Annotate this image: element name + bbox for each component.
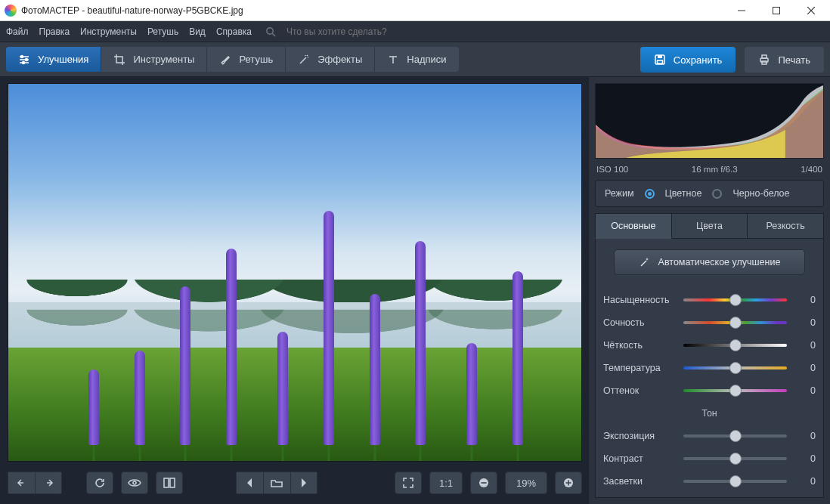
prev-image-button[interactable] (236, 472, 263, 494)
tab-retouch[interactable]: Ретушь (207, 47, 286, 72)
svg-point-4 (267, 27, 273, 33)
menubar: Файл Правка Инструменты Ретушь Вид Справ… (0, 21, 830, 42)
actual-size-button[interactable]: 1:1 (429, 472, 463, 494)
slider-handle[interactable] (729, 453, 742, 465)
menu-tools[interactable]: Инструменты (80, 26, 137, 37)
svg-rect-13 (658, 55, 662, 58)
menu-help[interactable]: Справка (216, 26, 252, 37)
slider-value: 0 (793, 363, 816, 373)
slider-row: Насыщенность0 (603, 289, 816, 311)
zoom-in-button[interactable] (555, 472, 582, 494)
color-mode-row: Режим Цветное Черно-белое (595, 180, 824, 207)
tab-instruments[interactable]: Инструменты (101, 47, 207, 72)
slider-track[interactable] (683, 344, 787, 347)
slider-handle[interactable] (729, 430, 742, 442)
slider-value: 0 (793, 340, 816, 351)
next-image-button[interactable] (290, 472, 317, 494)
svg-rect-1 (773, 7, 780, 14)
image-canvas[interactable] (8, 83, 582, 462)
svg-rect-19 (164, 478, 169, 487)
maximize-button[interactable] (759, 0, 794, 21)
minimize-button[interactable] (724, 0, 759, 21)
histogram[interactable] (595, 83, 824, 159)
slider-track[interactable] (683, 389, 787, 392)
window-title: ФотоМАСТЕР - beautiful-nature-norway-P5G… (21, 5, 724, 16)
svg-point-9 (21, 55, 23, 57)
slider-row: Контраст0 (603, 447, 816, 470)
main-toolbar: Улучшения Инструменты Ретушь Эффекты Над… (0, 42, 830, 77)
menu-file[interactable]: Файл (6, 26, 29, 37)
meta-iso: ISO 100 (596, 165, 628, 174)
search-input[interactable] (286, 26, 498, 37)
open-file-button[interactable] (263, 472, 290, 494)
svg-rect-25 (568, 481, 569, 486)
slider-handle[interactable] (729, 294, 742, 306)
sliders-icon (18, 54, 30, 66)
tab-enhancements[interactable]: Улучшения (6, 47, 101, 72)
zoom-out-button[interactable] (470, 472, 497, 494)
auto-enhance-button[interactable]: Автоматическое улучшение (614, 249, 805, 275)
slider-label: Насыщенность (603, 295, 677, 305)
tab-label: Надписи (407, 54, 446, 65)
tab-effects[interactable]: Эффекты (286, 47, 375, 72)
undo-button[interactable] (8, 472, 35, 494)
slider-row: Сочность0 (603, 311, 816, 334)
reset-button[interactable] (86, 472, 113, 494)
slider-row: Температура0 (603, 357, 816, 379)
window-titlebar: ФотоМАСТЕР - beautiful-nature-norway-P5G… (0, 0, 830, 21)
mode-color-label[interactable]: Цветное (665, 188, 702, 199)
compare-button[interactable] (156, 472, 183, 494)
subtab-colors[interactable]: Цвета (672, 213, 748, 239)
menu-retouch[interactable]: Ретушь (147, 26, 178, 37)
tab-label: Эффекты (317, 54, 362, 65)
slider-handle[interactable] (729, 317, 742, 329)
svg-rect-22 (482, 482, 487, 484)
slider-track[interactable] (683, 480, 787, 483)
svg-point-10 (26, 58, 28, 60)
subtab-basic[interactable]: Основные (595, 213, 672, 239)
slider-handle[interactable] (729, 475, 742, 487)
tab-label: Улучшения (38, 54, 88, 65)
slider-row: Засветки0 (603, 470, 816, 493)
tone-section-label: Тон (603, 408, 816, 419)
fit-screen-button[interactable] (395, 472, 422, 494)
svg-line-5 (272, 33, 275, 36)
redo-button[interactable] (35, 472, 62, 494)
svg-rect-17 (762, 61, 767, 64)
slider-row: Оттенок0 (603, 379, 816, 402)
radio-color[interactable] (645, 189, 655, 199)
close-button[interactable] (794, 0, 828, 21)
slider-track[interactable] (683, 434, 787, 438)
tab-label: Инструменты (133, 54, 194, 65)
mode-label: Режим (605, 188, 634, 199)
wand-star-icon (639, 256, 651, 268)
slider-value: 0 (793, 431, 816, 441)
svg-point-11 (23, 61, 25, 63)
slider-handle[interactable] (729, 362, 742, 374)
meta-lens: 16 mm f/6.3 (692, 165, 738, 174)
svg-rect-20 (170, 478, 175, 487)
crop-icon (113, 54, 125, 66)
slider-label: Засветки (603, 476, 677, 487)
menu-edit[interactable]: Правка (39, 26, 70, 37)
save-button[interactable]: Сохранить (640, 47, 736, 73)
slider-handle[interactable] (729, 385, 742, 397)
save-icon (654, 54, 666, 66)
slider-label: Контраст (603, 453, 677, 464)
mode-bw-label[interactable]: Черно-белое (732, 188, 789, 199)
slider-track[interactable] (683, 457, 787, 460)
toggle-preview-button[interactable] (121, 472, 148, 494)
slider-track[interactable] (683, 298, 787, 301)
print-button[interactable]: Печать (745, 47, 824, 73)
menu-view[interactable]: Вид (189, 26, 206, 37)
slider-value: 0 (793, 317, 816, 328)
radio-bw[interactable] (712, 189, 722, 199)
photo-preview (8, 84, 581, 461)
slider-handle[interactable] (729, 339, 742, 351)
text-icon (387, 54, 399, 66)
subtab-sharpness[interactable]: Резкость (748, 213, 824, 239)
tab-text[interactable]: Надписи (375, 47, 458, 72)
zoom-level[interactable]: 19% (505, 472, 547, 494)
slider-track[interactable] (683, 366, 787, 369)
slider-track[interactable] (683, 321, 787, 324)
